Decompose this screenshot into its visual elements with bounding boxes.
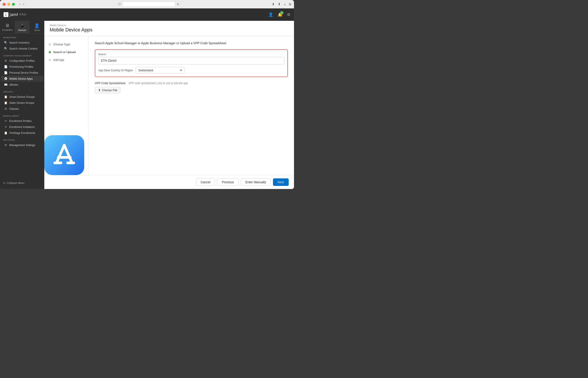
sidebar-item-prestage-enrollments[interactable]: 📋 PreStage Enrollments: [1, 130, 43, 136]
share-icon[interactable]: ⬆: [278, 2, 281, 6]
maximize-button[interactable]: [12, 3, 15, 6]
collapse-menu-button[interactable]: ⊙ Collapse Menu: [3, 181, 41, 185]
vpp-hint: VPP code spreadsheet (.xls) to use to ad…: [129, 82, 188, 85]
sidebar-item-personal-profiles[interactable]: 📄 Personal Device Profiles: [1, 70, 43, 76]
appstore-svg: [52, 143, 76, 167]
mobile-apps-icon: 🅐: [4, 77, 8, 80]
jamf-pro-label: PRO: [19, 13, 27, 16]
provisioning-profiles-icon: 📄: [4, 65, 8, 68]
minimize-button[interactable]: [7, 3, 10, 6]
sidebar-item-smart-groups[interactable]: 📋 Smart Device Groups: [1, 94, 43, 100]
back-button[interactable]: ‹: [18, 2, 21, 6]
step-label-choose-type: Choose Type: [53, 43, 70, 46]
choose-file-label: Choose File: [102, 89, 117, 92]
config-profiles-icon: ⚙: [4, 59, 8, 62]
collapse-icon: ⊙: [3, 181, 5, 185]
add-tab-icon[interactable]: +: [284, 2, 286, 6]
classes-icon: ⚙: [4, 107, 8, 110]
download-icon[interactable]: ⬇: [272, 2, 275, 6]
sidebar-item-mobile-apps[interactable]: 🅐 Mobile Device Apps: [1, 76, 43, 82]
ebooks-icon: 📖: [4, 83, 8, 86]
search-inventory-label: Search Inventory: [9, 41, 29, 44]
step-label-add-app: Add App: [53, 58, 64, 62]
static-groups-icon: 📋: [4, 101, 8, 105]
nav-icons-row: 🖥 Computers 📱 Devices 👤 Users: [0, 21, 44, 33]
config-profiles-label: Configuration Profiles: [9, 59, 35, 62]
form-area: Search Apple School Manager or Apple Bus…: [89, 36, 294, 175]
static-groups-label: Static Device Groups: [9, 101, 34, 105]
forward-button[interactable]: ›: [22, 2, 25, 6]
users-icon: 👤: [34, 23, 40, 28]
management-settings-label: Management Settings: [9, 144, 35, 147]
notification-badge: 1: [280, 11, 284, 15]
smart-groups-icon: 📋: [4, 95, 8, 98]
sidebar-item-enrollment-profiles[interactable]: ✏ Enrollment Profiles: [1, 118, 43, 124]
inventory-section: INVENTORY: [0, 33, 44, 40]
search-volume-icon: 🔍: [4, 47, 8, 50]
nav-users[interactable]: 👤 Users: [29, 21, 44, 33]
search-box-wrapper: Search App Store Country Or Region Switz…: [95, 49, 288, 77]
upload-icon: ⬆: [98, 89, 100, 92]
settings-icon[interactable]: ⚙: [287, 12, 290, 17]
shield-icon: 🛡: [118, 2, 121, 6]
titlebar: ‹ › 🛡 ↻ ⬇ ⬆ + ⧉: [0, 0, 294, 8]
top-nav-right: 👤 🔔 1 ⚙: [268, 12, 290, 17]
users-label: Users: [34, 29, 40, 31]
sidebar-item-enrollment-invitations[interactable]: ✈ Enrollment Invitations: [1, 124, 43, 130]
sidebar-item-search-volume[interactable]: 🔍 Search Volume Content: [1, 46, 43, 52]
url-bar[interactable]: [122, 1, 175, 7]
appstore-icon: [44, 135, 84, 175]
nav-arrows: ‹ ›: [18, 2, 25, 6]
sidebar-item-provisioning-profiles[interactable]: 📄 Provisioning Profiles: [1, 64, 43, 70]
vpp-label: VPP Code Spreadsheet: [95, 81, 125, 85]
choose-file-button[interactable]: ⬆ Choose File: [95, 87, 121, 93]
search-input[interactable]: [98, 57, 284, 64]
settings-section: SETTINGS: [0, 136, 44, 142]
country-row: App Store Country Or Region Switzerland …: [98, 67, 284, 73]
enter-manually-button[interactable]: Enter Manually: [241, 178, 271, 186]
classes-label: Classes: [9, 107, 19, 110]
app-icon-container: [44, 68, 88, 175]
cancel-button[interactable]: Cancel: [196, 178, 215, 186]
smart-groups-label: Smart Device Groups: [9, 95, 35, 98]
jamf-logo: j jamf PRO: [3, 12, 27, 17]
step-dot-search-upload: [49, 51, 51, 53]
jamf-logo-icon: j: [3, 12, 8, 17]
next-button[interactable]: Next: [273, 178, 289, 186]
top-nav: j jamf PRO 👤 🔔 1 ⚙: [0, 8, 294, 21]
devices-icon: 📱: [19, 23, 25, 28]
tabs-icon[interactable]: ⧉: [289, 2, 291, 6]
sidebar-item-config-profiles[interactable]: ⚙ Configuration Profiles: [1, 58, 43, 64]
provisioning-profiles-label: Provisioning Profiles: [9, 65, 33, 68]
refresh-icon[interactable]: ↻: [177, 3, 179, 6]
left-panel: Choose Type Search or Upload Add App: [44, 36, 89, 175]
search-inventory-icon: 🔍: [4, 41, 8, 44]
groups-section: GROUPS: [0, 88, 44, 94]
computers-icon: 🖥: [5, 23, 10, 28]
bell-icon[interactable]: 🔔 1: [278, 12, 283, 17]
computers-label: Computers: [2, 29, 13, 31]
previous-button[interactable]: Previous: [217, 178, 238, 186]
sidebar-item-search-inventory[interactable]: 🔍 Search Inventory: [1, 40, 43, 46]
nav-computers[interactable]: 🖥 Computers: [0, 21, 15, 33]
steps-panel: Choose Type Search or Upload Add App: [44, 36, 89, 68]
sidebar-item-classes[interactable]: ⚙ Classes: [1, 106, 43, 112]
collapse-label: Collapse Menu: [7, 181, 24, 185]
step-choose-type: Choose Type: [44, 40, 88, 48]
sidebar-item-management-settings[interactable]: ⚙ Management Settings: [1, 142, 43, 148]
svg-line-1: [64, 145, 72, 163]
step-dot-choose-type: [49, 43, 51, 46]
sidebar-item-ebooks[interactable]: 📖 eBooks: [1, 82, 43, 88]
content-header: Mobile Devices Mobile Device Apps: [44, 21, 294, 36]
personal-profiles-label: Personal Device Profiles: [9, 71, 38, 74]
close-button[interactable]: [3, 3, 6, 6]
country-select[interactable]: Switzerland United States United Kingdom…: [136, 67, 185, 73]
app-wrapper: j jamf PRO 👤 🔔 1 ⚙ 🖥 Computers 📱: [0, 8, 294, 189]
form-description: Search Apple School Manager or Apple Bus…: [95, 41, 288, 45]
sidebar-bottom: ⊙ Collapse Menu: [0, 179, 44, 187]
titlebar-center: 🛡 ↻: [27, 1, 270, 7]
sidebar-item-static-groups[interactable]: 📋 Static Device Groups: [1, 100, 43, 106]
enrollment-profiles-label: Enrollment Profiles: [9, 120, 32, 123]
nav-devices[interactable]: 📱 Devices: [15, 21, 30, 33]
user-icon[interactable]: 👤: [268, 12, 273, 17]
